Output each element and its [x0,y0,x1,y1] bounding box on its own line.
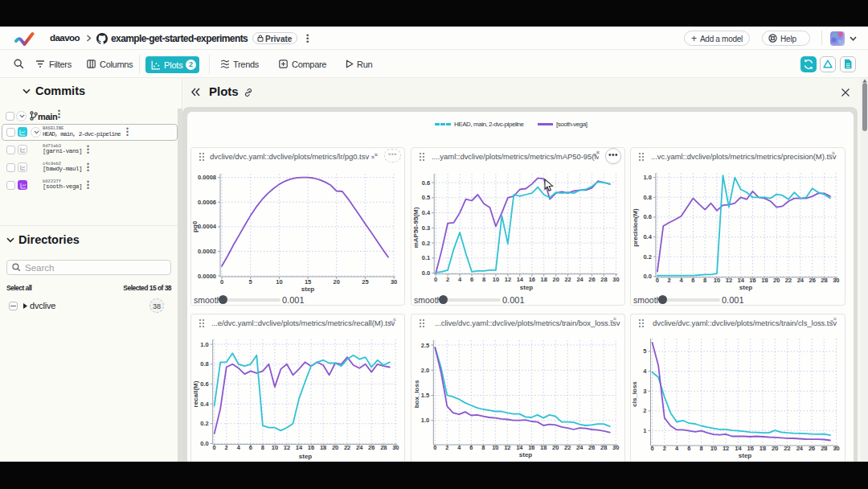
svg-text:22: 22 [564,276,571,283]
svg-text:14: 14 [738,277,745,284]
svg-text:30: 30 [392,444,399,451]
svg-text:0.2: 0.2 [200,420,208,427]
svg-text:0.4: 0.4 [422,209,431,216]
svg-text:15: 15 [305,278,311,286]
svg-text:6: 6 [687,445,690,452]
svg-text:4: 4 [643,368,647,375]
svg-text:14: 14 [296,444,303,451]
svg-text:0.5: 0.5 [422,194,430,201]
svg-text:20: 20 [334,278,340,286]
svg-text:0.0006: 0.0006 [198,199,216,206]
svg-text:0: 0 [650,445,653,452]
svg-text:0.0002: 0.0002 [198,248,216,255]
svg-text:0.4: 0.4 [200,401,209,408]
svg-text:0.6: 0.6 [422,179,430,187]
svg-text:4: 4 [237,444,241,451]
svg-text:2: 2 [225,444,228,451]
svg-text:box_loss: box_loss [413,380,420,408]
svg-text:14: 14 [517,276,524,283]
svg-text:0: 0 [220,278,223,286]
svg-text:26: 26 [588,444,595,451]
svg-text:0.8: 0.8 [200,360,208,368]
svg-text:8: 8 [703,277,706,284]
svg-text:6: 6 [691,277,694,284]
svg-text:0.6: 0.6 [643,213,651,220]
svg-text:2: 2 [446,276,449,283]
svg-text:10: 10 [493,276,499,283]
svg-text:1.0: 1.0 [200,341,208,348]
svg-text:0.2: 0.2 [643,253,651,261]
svg-text:0.0008: 0.0008 [198,174,216,181]
svg-text:2: 2 [445,444,448,451]
svg-text:24: 24 [356,444,363,451]
svg-text:1: 1 [643,427,646,434]
svg-text:0.1: 0.1 [422,254,430,261]
svg-text:0.4: 0.4 [643,233,652,240]
svg-text:0: 0 [213,444,216,451]
svg-text:28: 28 [821,445,827,452]
svg-text:28: 28 [600,444,607,451]
svg-text:2.5: 2.5 [421,342,429,349]
svg-text:16: 16 [308,444,314,451]
svg-text:4: 4 [680,277,684,284]
svg-text:pg0: pg0 [191,220,199,232]
svg-text:8: 8 [481,444,485,451]
svg-text:10: 10 [276,278,282,286]
svg-text:18: 18 [541,276,547,283]
svg-text:0.0: 0.0 [643,273,651,280]
svg-text:20: 20 [332,444,338,451]
svg-text:0.3: 0.3 [422,224,430,232]
svg-text:24: 24 [576,276,583,283]
svg-text:30: 30 [391,278,397,286]
svg-text:step: step [299,453,313,460]
svg-text:22: 22 [785,277,792,284]
svg-text:12: 12 [504,444,510,451]
svg-text:20: 20 [773,277,780,284]
svg-text:28: 28 [821,277,827,284]
svg-text:cls_loss: cls_loss [631,381,638,407]
svg-text:18: 18 [760,445,766,452]
svg-text:0.8: 0.8 [643,194,651,201]
svg-text:recall(M): recall(M) [192,380,199,407]
svg-text:22: 22 [784,445,790,452]
svg-text:10: 10 [492,444,498,451]
svg-text:28: 28 [380,444,387,451]
svg-text:0.2: 0.2 [422,240,430,247]
svg-text:26: 26 [809,445,815,452]
svg-text:14: 14 [735,445,742,452]
svg-text:12: 12 [505,276,511,283]
svg-text:0.0000: 0.0000 [198,273,216,280]
svg-text:5: 5 [249,278,252,286]
svg-text:1.0: 1.0 [643,174,651,181]
svg-text:12: 12 [723,445,729,452]
svg-text:2: 2 [663,445,666,452]
svg-text:10: 10 [710,445,717,452]
svg-text:step: step [519,451,533,458]
svg-text:26: 26 [588,276,595,283]
svg-text:20: 20 [552,444,559,451]
svg-text:30: 30 [612,276,619,283]
svg-text:4: 4 [458,276,462,283]
svg-text:28: 28 [600,276,607,283]
svg-text:10: 10 [272,444,278,451]
svg-text:16: 16 [528,444,534,451]
svg-text:1.0: 1.0 [421,417,429,424]
svg-text:5: 5 [643,347,646,355]
svg-text:8: 8 [700,445,703,452]
svg-text:18: 18 [761,277,768,284]
svg-text:30: 30 [833,445,839,452]
svg-text:0: 0 [433,444,436,451]
svg-text:6: 6 [469,444,473,451]
svg-text:16: 16 [747,445,754,452]
svg-text:25: 25 [362,278,368,286]
svg-text:2: 2 [643,407,646,414]
svg-text:2: 2 [668,277,671,284]
svg-text:8: 8 [261,444,264,451]
svg-text:0: 0 [656,277,659,284]
svg-text:18: 18 [320,444,326,451]
svg-text:12: 12 [726,277,732,284]
svg-text:20: 20 [553,276,559,283]
svg-text:24: 24 [797,277,805,284]
svg-text:18: 18 [540,444,547,451]
svg-text:16: 16 [749,277,755,284]
